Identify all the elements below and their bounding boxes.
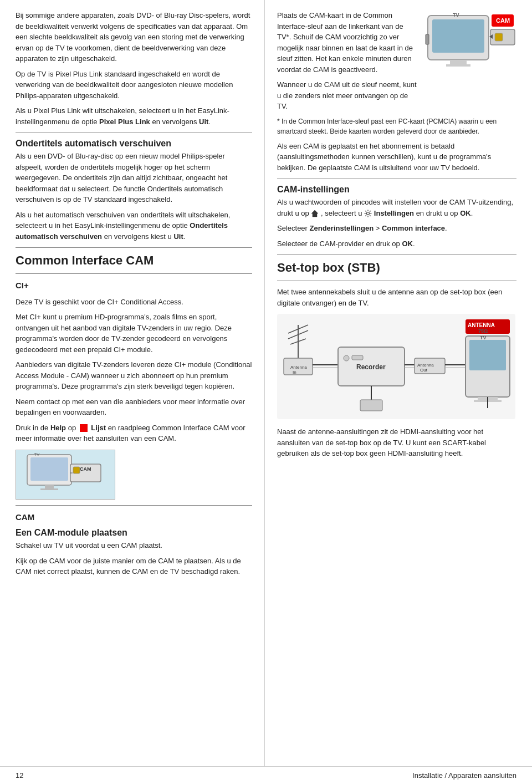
page: Bij sommige andere apparaten, zoals DVD-… xyxy=(0,0,532,784)
footer-section-label: Installatie / Apparaten aansluiten xyxy=(412,771,516,780)
subtitles-para-1: Als u een DVD- of Blu-ray-disc op een ni… xyxy=(16,151,252,205)
svg-text:Antenna: Antenna xyxy=(290,365,307,370)
pixel-plus-link-bold: Pixel Plus Link xyxy=(99,118,150,126)
ci-plus-para-2: Met CI+ kunt u premium HD-programma's, z… xyxy=(16,312,252,355)
intro-para-1: Bij sommige andere apparaten, zoals DVD-… xyxy=(16,10,252,64)
cam-tv-illustration: TV CAM xyxy=(425,10,516,84)
right-divider-2 xyxy=(277,254,516,255)
cam-settings-para-1: Als u wachtwoorden of pincodes wilt inst… xyxy=(277,197,516,218)
cam-para-1: Schakel uw TV uit voordat u een CAM plaa… xyxy=(16,540,252,551)
intro-para-2: Op de TV is Pixel Plus Link standaard in… xyxy=(16,69,252,101)
zenderinstellingen-bold: Zenderinstellingen xyxy=(310,224,374,232)
cam-section-heading: Een CAM-module plaatsen xyxy=(16,528,252,538)
svg-rect-10 xyxy=(432,19,484,53)
red-square-icon xyxy=(80,424,88,432)
help-text-lijst: Lijst xyxy=(91,424,106,432)
divider-2 xyxy=(16,247,252,248)
common-interface-bold: Common interface xyxy=(382,224,445,232)
divider-3 xyxy=(16,273,252,274)
svg-text:ANTENNA: ANTENNA xyxy=(468,322,495,328)
cam-para-2: Kijk op de CAM voor de juiste manier om … xyxy=(16,556,252,577)
svg-rect-35 xyxy=(352,355,363,360)
svg-point-34 xyxy=(344,355,349,361)
cam-small-diagram: CAM TV xyxy=(16,450,115,500)
svg-text:CAM: CAM xyxy=(496,17,510,24)
svg-text:CAM: CAM xyxy=(80,466,91,472)
help-text-help: Help xyxy=(50,424,66,432)
ondertitels-bold: Ondertitels automatisch verschuiven xyxy=(16,221,228,241)
right-divider-3 xyxy=(277,281,516,281)
svg-rect-2 xyxy=(45,485,54,488)
svg-text:Antenna: Antenna xyxy=(417,363,434,368)
help-text-pre: Druk in de xyxy=(16,424,50,432)
common-interface-heading: Common Interface CAM xyxy=(16,253,252,268)
stb-diagram-container: Antenna In Recorder Ant xyxy=(277,314,516,421)
uit-bold: Uit xyxy=(199,118,208,126)
svg-text:TV: TV xyxy=(34,452,40,457)
divider-1 xyxy=(16,133,252,133)
intro-para-3: Als u Pixel Plus Link wilt uitschakelen,… xyxy=(16,105,252,127)
cam-settings-heading: CAM-instellingen xyxy=(277,185,516,195)
svg-rect-44 xyxy=(469,340,506,370)
page-number: 12 xyxy=(16,771,23,780)
svg-text:TV: TV xyxy=(453,12,459,18)
ci-plus-para-3: Aanbieders van digitale TV-zenders lever… xyxy=(16,359,252,392)
cam-right-note: * In de Common Interface-sleuf past een … xyxy=(277,116,516,136)
cam-settings-ok-1: OK xyxy=(460,209,471,217)
cam-label: CAM xyxy=(16,511,252,524)
svg-rect-1 xyxy=(30,457,68,481)
footer: 12 Installatie / Apparaten aansluiten xyxy=(0,766,532,784)
subtitles-heading: Ondertitels automatisch verschuiven xyxy=(16,139,252,149)
help-text-op: op xyxy=(66,424,78,432)
svg-point-21 xyxy=(367,212,370,215)
svg-rect-7 xyxy=(73,467,80,474)
ci-plus-label: CI+ xyxy=(16,279,252,292)
subtitles-para-2: Als u het automatisch verschuiven van on… xyxy=(16,210,252,242)
cam-settings-instellingen: Instellingen xyxy=(374,209,414,217)
page-inner: Bij sommige andere apparaten, zoals DVD-… xyxy=(0,0,532,766)
right-column: TV CAM Plaats de CAM-kaart in de Common … xyxy=(265,0,532,766)
left-column: Bij sommige andere apparaten, zoals DVD-… xyxy=(0,0,265,766)
svg-rect-17 xyxy=(495,33,503,41)
gear-icon xyxy=(364,210,372,217)
svg-rect-12 xyxy=(446,64,470,67)
cam-settings-para-3: Selecteer de CAM-provider en druk op OK. xyxy=(277,238,516,250)
ok-bold: OK xyxy=(402,240,413,248)
stb-para-1: Met twee antennekabels sluit u de antenn… xyxy=(277,287,516,308)
ci-plus-para-1: Deze TV is geschikt voor de CI+ Conditio… xyxy=(16,297,252,308)
svg-text:Recorder: Recorder xyxy=(356,363,386,371)
help-text: Druk in de Help op Lijst en raadpleeg Co… xyxy=(16,422,252,444)
cam-settings-para-2: Selecteer Zenderinstellingen > Common in… xyxy=(277,223,516,234)
divider-4 xyxy=(16,505,252,506)
cam-small-svg: CAM TV xyxy=(16,450,115,500)
cam-right-para-2: Wanneer u de CAM uit de sleuf neemt, kun… xyxy=(277,79,516,112)
svg-marker-20 xyxy=(311,210,318,217)
svg-text:7: 7 xyxy=(472,328,475,334)
stb-diagram-svg: Antenna In Recorder Ant xyxy=(277,314,515,419)
ci-plus-para-4: Neem contact op met een van die aanbiede… xyxy=(16,396,252,418)
home-icon xyxy=(311,210,319,217)
svg-text:TV: TV xyxy=(480,335,487,340)
svg-rect-3 xyxy=(40,488,58,490)
svg-text:In: In xyxy=(293,370,296,375)
svg-text:Out: Out xyxy=(420,368,428,373)
svg-rect-11 xyxy=(450,60,467,64)
svg-rect-19 xyxy=(426,34,429,44)
svg-text:75Ω: 75Ω xyxy=(478,328,488,334)
stb-heading: Set-top box (STB) xyxy=(277,261,516,275)
right-divider-1 xyxy=(277,179,516,179)
uit-2-bold: Uit xyxy=(173,232,183,241)
svg-rect-53 xyxy=(360,400,382,411)
cam-right-para-3: Als een CAM is geplaatst en het abonneme… xyxy=(277,141,516,174)
stb-para-2: Naast de antenne-aansluitingen zit de HD… xyxy=(277,426,516,459)
cam-tv-svg: TV CAM xyxy=(425,10,516,82)
